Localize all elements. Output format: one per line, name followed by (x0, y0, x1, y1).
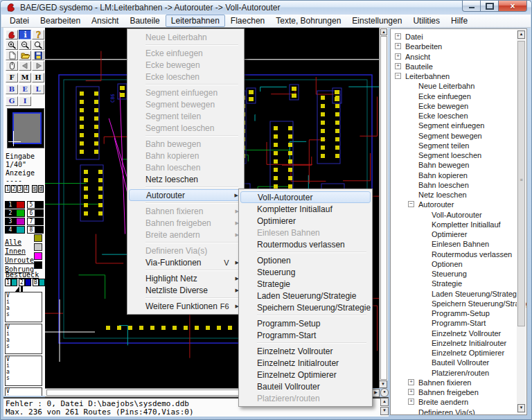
tree-item-routermodus-verlassen[interactable]: Routermodus verlassen (391, 250, 515, 259)
menubar-item-ansicht[interactable]: Ansicht (86, 15, 124, 27)
menu-item-segment-bewegen[interactable]: Segment bewegen (127, 98, 244, 110)
layer-3-button[interactable]: 3 (5, 218, 16, 225)
tree-item-netz-loeschen[interactable]: Netz loeschen (391, 190, 515, 200)
menu-item-autorouter[interactable]: Autorouter▶ (129, 189, 242, 201)
layer-7-color[interactable] (35, 218, 44, 225)
menubar-item-hilfe[interactable]: Hilfe (445, 15, 473, 27)
via-panel-4[interactable]: Vias (5, 387, 42, 396)
mini-button-s[interactable]: s (32, 185, 37, 193)
mini-button-4[interactable]: 4 (24, 185, 29, 193)
menu-item-definieren-via-s[interactable]: Definieren Via(s) (127, 245, 244, 256)
tool-arrow-left-button[interactable] (19, 61, 31, 71)
vertical-scroll-thumb[interactable] (380, 36, 387, 380)
pan-right-icon[interactable]: ▶ (372, 389, 380, 397)
menu-item-bahn-kopieren[interactable]: Bahn kopieren (127, 150, 244, 161)
menu-item-ecke-bewegen[interactable]: Ecke bewegen (127, 59, 244, 71)
tool-zoom-out-button[interactable] (19, 40, 31, 50)
menubar-item-bearbeiten[interactable]: Bearbeiten (35, 15, 86, 27)
submenu-item-strategie[interactable]: Strategie (239, 278, 372, 290)
tree-item-bahnen-freigeben[interactable]: +Bahnen freigeben (391, 387, 515, 397)
display-row-alle[interactable]: Alle (5, 234, 44, 243)
via-panel-1[interactable]: Vias (5, 292, 42, 322)
tool-info-button[interactable]: i (19, 30, 31, 40)
tree-item-optimierer[interactable]: Optimierer (391, 229, 515, 239)
tree-item-programm-start[interactable]: Programm-Start (391, 318, 515, 328)
menubar-item-texte-bohrungen[interactable]: Texte, Bohrungen (270, 15, 346, 27)
tree-item-bahn-kopieren[interactable]: Bahn kopieren (391, 170, 515, 180)
menu-item-netzliste-diverse[interactable]: Netzliste Diverse▶ (127, 284, 244, 296)
layer-2-button[interactable]: 2 (5, 209, 16, 217)
tool-letter-e-button[interactable]: E (19, 85, 31, 94)
tree-item-autorouter[interactable]: −Autorouter (391, 200, 515, 209)
via-panel-2[interactable]: Vias (5, 324, 42, 354)
submenu-item-optionen[interactable]: Optionen (239, 254, 372, 266)
tree-scroll-thumb[interactable]: ≡ (517, 41, 525, 326)
tree-item-optionen[interactable]: Optionen (391, 259, 515, 269)
tool-bae-logo-button[interactable] (6, 30, 18, 40)
canvas-vertical-scrollbar[interactable]: ▲ (379, 28, 388, 380)
menubar-item-datei[interactable]: Datei (4, 15, 35, 27)
tree-item-ecke-bewegen[interactable]: Ecke bewegen (391, 101, 515, 111)
mini-button-1[interactable]: 1 (5, 185, 10, 193)
tool-letter-f-button[interactable]: F (6, 73, 18, 82)
overview-window[interactable] (7, 108, 44, 148)
tree-item-segment-teilen[interactable]: Segment teilen (391, 141, 515, 150)
collapse-icon[interactable]: − (408, 201, 414, 207)
menu-item-bahn-bewegen[interactable]: Bahn bewegen (127, 138, 244, 150)
tree-item-strategie[interactable]: Strategie (391, 279, 515, 288)
submenu-item-programm-setup[interactable]: Programm-Setup (239, 317, 372, 329)
menu-item-weitere-funktionen[interactable]: Weitere FunktionenF6▶ (127, 300, 244, 312)
app-icon[interactable] (6, 2, 17, 13)
tool-mouse-button[interactable] (6, 61, 18, 71)
layer-5-color[interactable] (35, 201, 44, 209)
tree-item-bauteil-vollrouter[interactable]: Bauteil Vollrouter (391, 358, 515, 367)
submenu-item-voll-autorouter[interactable]: Voll-Autorouter (240, 191, 371, 203)
layer-4-color[interactable] (16, 226, 25, 234)
via-panel-3[interactable]: Vias (5, 356, 42, 386)
layer-5-button[interactable]: 5 (27, 201, 35, 209)
tool-help-button[interactable]: ? (32, 30, 44, 40)
mini-button-2[interactable]: 2 (11, 185, 17, 193)
menu-item-bahn-loeschen[interactable]: Bahn loeschen (127, 161, 244, 173)
menubar-item-bauteile[interactable]: Bauteile (124, 15, 165, 27)
submenu-item-steuerung[interactable]: Steuerung (239, 266, 372, 278)
submenu-item-einzelnetz-optimierer[interactable]: Einzelnetz Optimierer (239, 369, 372, 380)
layer-7-button[interactable]: 7 (27, 218, 35, 225)
tree-item-segment-loeschen[interactable]: Segment loeschen (391, 150, 515, 160)
tree-item-bahn-loeschen[interactable]: Bahn loeschen (391, 180, 515, 190)
tree-scrollbar[interactable]: ▲ ≡ ▼ (517, 30, 526, 414)
close-button[interactable]: × (498, 1, 527, 12)
menu-item-highlight-netz[interactable]: Highlight Netz▶ (127, 272, 244, 284)
menu-item-netz-loeschen[interactable]: Netz loeschen (127, 173, 244, 185)
menu-item-segment-loeschen[interactable]: Segment loeschen (127, 122, 244, 134)
layer-3-color[interactable] (16, 218, 25, 225)
submenu-item-einzelnetz-initialrouter[interactable]: Einzelnetz Initialrouter (239, 357, 372, 369)
tool-letter-i-button[interactable]: I (19, 96, 31, 106)
tree-item-ansicht[interactable]: +Ansicht (391, 52, 515, 62)
tree-item-einzelnetz-vollrouter[interactable]: Einzelnetz Vollrouter (391, 329, 515, 338)
layer-8-color[interactable] (35, 226, 44, 234)
menubar-item-utilities[interactable]: Utilities (407, 15, 445, 27)
submenu-item-laden-steuerung-strategie[interactable]: Laden Steuerung/Strategie (239, 290, 372, 301)
tree-item-breite-aendern[interactable]: +Breite aendern (391, 397, 515, 407)
submenu-item-bauteil-vollrouter[interactable]: Bauteil Vollrouter (239, 380, 372, 392)
tree-item-bahnen-fixieren[interactable]: +Bahnen fixieren (391, 378, 515, 387)
menu-item-ecke-einfuegen[interactable]: Ecke einfuegen (127, 47, 244, 59)
menu-item-segment-teilen[interactable]: Segment teilen (127, 110, 244, 122)
layer-6-button[interactable]: 6 (27, 209, 35, 217)
scroll-up-icon[interactable]: ▲ (380, 28, 387, 35)
tree-item-bearbeiten[interactable]: +Bearbeiten (391, 42, 515, 51)
tree-item-bauteile[interactable]: +Bauteile (391, 62, 515, 71)
expand-icon[interactable]: + (408, 389, 414, 395)
pan-center-icon[interactable]: ● (380, 388, 389, 397)
tool-save-button[interactable] (32, 51, 44, 60)
tree-scroll-down-icon[interactable]: ▼ (517, 404, 525, 412)
tree-item-kompletter-initiallauf[interactable]: Kompletter Initiallauf (391, 220, 515, 229)
tool-letter-l-button[interactable]: L (32, 85, 44, 94)
tree-scroll-up-icon[interactable]: ▲ (517, 30, 525, 39)
minimize-button[interactable] (462, 1, 481, 12)
tree-item-datei[interactable]: +Datei (391, 32, 515, 42)
layer-4-button[interactable]: 4 (5, 226, 16, 234)
tree-item-einzelnetz-optimierer[interactable]: Einzelnetz Optimierer (391, 348, 515, 358)
submenu-item-kompletter-initiallauf[interactable]: Kompletter Initiallauf (239, 203, 372, 215)
